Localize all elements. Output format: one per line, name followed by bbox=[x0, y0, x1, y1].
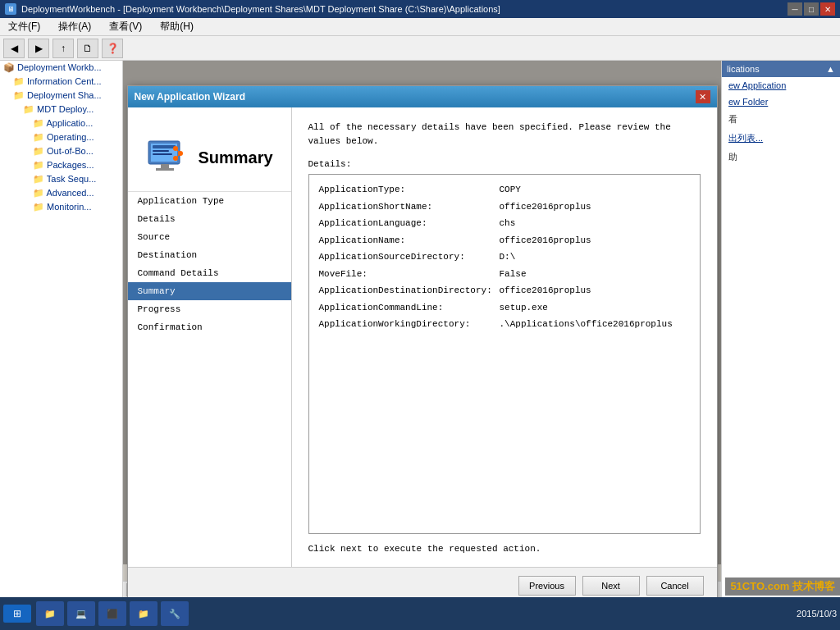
detail-key-apptype: ApplicationType: bbox=[319, 183, 500, 197]
detail-key-shortname: ApplicationShortName: bbox=[319, 200, 500, 214]
detail-value-shortname: office2016proplus bbox=[500, 200, 591, 214]
taskbar-app-3[interactable]: ⬛ bbox=[98, 601, 126, 626]
dialog-title: New Application Wizard bbox=[135, 91, 245, 103]
taskbar-app-2[interactable]: 💻 bbox=[67, 601, 95, 626]
table-row: ApplicationLanguage: chs bbox=[319, 217, 690, 231]
app-icon: 🖥 bbox=[5, 3, 16, 15]
main-area: 📦 Deployment Workb... 📁 Information Cent… bbox=[0, 61, 840, 597]
toolbar-help[interactable]: ❓ bbox=[102, 39, 123, 58]
taskbar-right: 2015/10/3 bbox=[797, 609, 837, 619]
dialog-close-button[interactable]: ✕ bbox=[696, 90, 710, 103]
right-panel-new-folder[interactable]: ew Folder bbox=[722, 94, 840, 110]
tree-item-workbench[interactable]: 📦 Deployment Workb... bbox=[0, 61, 122, 75]
wizard-step-title: Summary bbox=[199, 148, 273, 167]
tree-item-outofbox[interactable]: 📁 Out-of-Bo... bbox=[0, 144, 122, 158]
right-panel-new-application[interactable]: ew Application bbox=[722, 77, 840, 94]
window-controls: ─ □ ✕ bbox=[788, 2, 835, 16]
table-row: ApplicationName: office2016proplus bbox=[319, 234, 690, 248]
wizard-nav-item-progress[interactable]: Progress bbox=[128, 300, 291, 318]
table-row: ApplicationType: COPY bbox=[319, 183, 690, 197]
taskbar-app-5[interactable]: 🔧 bbox=[161, 601, 189, 626]
wizard-nav-item-summary[interactable]: Summary bbox=[128, 282, 291, 300]
click-next-text: Click next to execute the requested acti… bbox=[308, 544, 701, 554]
taskbar: ⊞ 📁 💻 ⬛ 📁 🔧 2015/10/3 bbox=[0, 597, 840, 630]
taskbar-app-4[interactable]: 📁 bbox=[130, 601, 158, 626]
toolbar-forward[interactable]: ▶ bbox=[28, 39, 49, 58]
dialog-header-area: Summary bbox=[128, 124, 291, 192]
previous-button[interactable]: Previous bbox=[518, 576, 576, 596]
modal-overlay: New Application Wizard ✕ bbox=[123, 61, 721, 564]
right-panel-header: lications ▲ bbox=[722, 61, 840, 77]
start-button[interactable]: ⊞ bbox=[3, 605, 31, 623]
table-row: ApplicationDestinationDirectory: office2… bbox=[319, 284, 690, 298]
menu-view[interactable]: 查看(V) bbox=[104, 18, 147, 35]
close-button[interactable]: ✕ bbox=[820, 2, 835, 16]
toolbar-up[interactable]: ↑ bbox=[52, 39, 74, 58]
taskbar-app-1[interactable]: 📁 bbox=[36, 601, 64, 626]
detail-key-lang: ApplicationLanguage: bbox=[319, 217, 500, 231]
right-panel-export-list[interactable]: 出列表... bbox=[722, 129, 840, 148]
tree-item-advanced[interactable]: 📁 Advanced... bbox=[0, 186, 122, 200]
details-label: Details: bbox=[308, 159, 701, 169]
title-bar-left: 🖥 DeploymentWorkbench - [Deployment Work… bbox=[5, 3, 500, 15]
detail-value-lang: chs bbox=[500, 217, 516, 231]
detail-key-name: ApplicationName: bbox=[319, 234, 500, 248]
detail-value-name: office2016proplus bbox=[500, 234, 591, 248]
minimize-button[interactable]: ─ bbox=[788, 2, 802, 16]
svg-rect-5 bbox=[153, 150, 169, 152]
new-application-wizard-dialog: New Application Wizard ✕ bbox=[127, 85, 718, 597]
detail-value-cmdline: setup.exe bbox=[500, 301, 548, 315]
tree-item-information[interactable]: 📁 Information Cent... bbox=[0, 75, 122, 89]
table-row: ApplicationShortName: office2016proplus bbox=[319, 200, 690, 214]
right-panel-separator-1: 看 bbox=[722, 110, 840, 129]
watermark: 51CTO.com 技术博客 bbox=[725, 578, 840, 596]
wizard-nav-item-apptype[interactable]: Application Type bbox=[128, 192, 291, 210]
wizard-nav-item-command[interactable]: Command Details bbox=[128, 264, 291, 282]
tree-item-packages[interactable]: 📁 Packages... bbox=[0, 158, 122, 172]
tree-item-monitoring[interactable]: 📁 Monitorin... bbox=[0, 200, 122, 214]
svg-rect-6 bbox=[153, 153, 172, 155]
tree-item-mdt[interactable]: 📁 MDT Deploy... bbox=[0, 103, 122, 116]
toolbar-back[interactable]: ◀ bbox=[3, 39, 25, 58]
menu-help[interactable]: 帮助(H) bbox=[155, 18, 199, 35]
svg-rect-3 bbox=[156, 168, 174, 171]
tree-item-applications[interactable]: 📁 Applicatio... bbox=[0, 116, 122, 130]
detail-key-movefile: MoveFile: bbox=[319, 267, 500, 281]
menu-file[interactable]: 文件(F) bbox=[3, 18, 45, 35]
center-content: New Application Wizard ✕ bbox=[123, 61, 721, 597]
table-row: ApplicationSourceDirectory: D:\ bbox=[319, 250, 690, 264]
right-panel-arrow[interactable]: ▲ bbox=[826, 64, 835, 74]
tree-item-operating[interactable]: 📁 Operating... bbox=[0, 130, 122, 144]
detail-key-srcdir: ApplicationSourceDirectory: bbox=[319, 250, 500, 264]
table-row: ApplicationCommandLine: setup.exe bbox=[319, 301, 690, 315]
right-panel-title: lications bbox=[727, 64, 760, 74]
detail-key-workdir: ApplicationWorkingDirectory: bbox=[319, 317, 500, 331]
dialog-title-bar: New Application Wizard ✕ bbox=[128, 86, 717, 107]
table-row: MoveFile: False bbox=[319, 267, 690, 281]
tree-item-taskseq[interactable]: 📁 Task Sequ... bbox=[0, 172, 122, 186]
dialog-description: All of the necessary details have been s… bbox=[308, 121, 701, 148]
detail-key-cmdline: ApplicationCommandLine: bbox=[319, 301, 500, 315]
cancel-button[interactable]: Cancel bbox=[646, 576, 704, 596]
dialog-footer: Previous Next Cancel bbox=[128, 567, 717, 597]
wizard-nav-item-details[interactable]: Details bbox=[128, 210, 291, 228]
menu-bar: 文件(F) 操作(A) 查看(V) 帮助(H) bbox=[0, 18, 840, 36]
wizard-nav-item-confirmation[interactable]: Confirmation bbox=[128, 318, 291, 336]
left-panel: 📦 Deployment Workb... 📁 Information Cent… bbox=[0, 61, 123, 597]
title-bar: 🖥 DeploymentWorkbench - [Deployment Work… bbox=[0, 0, 840, 18]
dialog-right: All of the necessary details have been s… bbox=[292, 107, 717, 567]
tree-item-deployment-share[interactable]: 📁 Deployment Sha... bbox=[0, 89, 122, 103]
toolbar-new[interactable]: 🗋 bbox=[77, 39, 98, 58]
wizard-nav: Summary Application Type Details Source … bbox=[128, 107, 292, 567]
next-button[interactable]: Next bbox=[582, 576, 640, 596]
detail-value-apptype: COPY bbox=[500, 183, 521, 197]
detail-value-destdir: office2016proplus bbox=[500, 284, 591, 298]
table-row: ApplicationWorkingDirectory: .\Applicati… bbox=[319, 317, 690, 331]
menu-action[interactable]: 操作(A) bbox=[53, 18, 96, 35]
maximize-button[interactable]: □ bbox=[804, 2, 819, 16]
taskbar-time: 2015/10/3 bbox=[797, 609, 837, 619]
toolbar: ◀ ▶ ↑ 🗋 ❓ bbox=[0, 36, 840, 61]
wizard-nav-item-destination[interactable]: Destination bbox=[128, 246, 291, 264]
detail-value-movefile: False bbox=[500, 267, 527, 281]
wizard-nav-item-source[interactable]: Source bbox=[128, 228, 291, 246]
